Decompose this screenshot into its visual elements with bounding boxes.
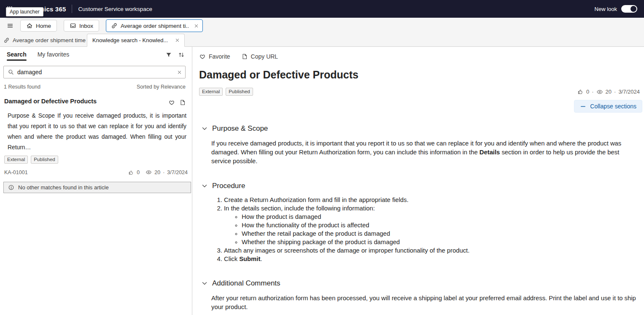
link-icon	[111, 22, 118, 29]
procedure-substep: How the functionality of the product is …	[242, 221, 638, 229]
result-stats: 0 20 · 3/7/2024	[128, 169, 188, 175]
close-subtab-button[interactable]	[173, 36, 181, 45]
step-text: .	[260, 256, 262, 262]
copy-document-icon	[179, 99, 186, 106]
close-icon	[194, 23, 199, 29]
panel-tab-search[interactable]: Search	[7, 48, 27, 62]
badge-external: External	[199, 88, 223, 96]
step-text-bold: Submit	[239, 256, 260, 262]
section-heading: Purpose & Scope	[212, 124, 268, 133]
badge-external: External	[4, 156, 28, 164]
tab-home[interactable]: Home	[20, 20, 57, 32]
topbar-divider	[72, 5, 72, 13]
section-additional-comments: Additional Comments After your return au…	[201, 279, 638, 315]
purpose-text-bold: Details	[480, 149, 500, 156]
subtab-knowledge-search-active[interactable]: Knowledge search - Knowled...	[87, 34, 185, 47]
copy-url-button[interactable]: Copy URL	[237, 51, 283, 62]
result-likes: 0	[137, 170, 140, 175]
collapse-row: Collapse sections	[192, 96, 644, 113]
result-views: 20	[154, 170, 160, 175]
section-header-purpose-scope[interactable]: Purpose & Scope	[201, 124, 638, 133]
tab-home-label: Home	[36, 23, 51, 29]
app-window: Dynamics 365 Customer Service workspace …	[0, 0, 644, 315]
collapse-sections-button[interactable]: Collapse sections	[574, 100, 642, 113]
section-heading: Procedure	[212, 182, 245, 190]
info-icon	[8, 184, 14, 191]
results-count: 1 Results found	[4, 84, 40, 90]
article-pane: Favorite Copy URL Damaged or Defective P…	[192, 47, 644, 315]
chevron-down-icon	[201, 280, 208, 287]
copy-url-label: Copy URL	[251, 53, 278, 60]
result-id: KA-01001	[4, 170, 28, 175]
result-card-header: Damaged or Defective Products	[4, 98, 188, 107]
badge-published: Published	[226, 88, 253, 96]
views-eye-icon	[146, 169, 152, 175]
new-look-toggle[interactable]	[621, 5, 637, 13]
dash-icon	[580, 103, 586, 110]
procedure-step: Create a Return Authorization form and f…	[224, 196, 638, 204]
procedure-substep: Whether the shipping package of the prod…	[242, 238, 638, 246]
app-launcher-tooltip: App launcher	[6, 7, 43, 16]
procedure-step: Click Submit.	[224, 255, 638, 263]
meta-dot: ·	[592, 89, 593, 95]
favorite-result-button[interactable]	[167, 98, 177, 107]
top-navbar: Dynamics 365 Customer Service workspace …	[0, 0, 644, 18]
article-stats: 0 · 20 · 3/7/2024	[577, 89, 640, 95]
inbox-icon	[70, 22, 76, 29]
heart-icon	[168, 99, 175, 106]
panel-tab-favorites[interactable]: My favorites	[38, 48, 69, 62]
session-home-label: Average order shipment time	[13, 37, 87, 43]
procedure-substeps: How the product is damaged How the funct…	[224, 213, 638, 246]
close-session-tab-button[interactable]	[192, 22, 200, 30]
link-icon	[3, 37, 10, 43]
section-purpose-scope: Purpose & Scope If you receive damaged p…	[201, 124, 638, 166]
content-area: Search My favorites 1 Results found	[0, 47, 644, 315]
filter-button[interactable]	[162, 48, 175, 61]
article-title: Damaged or Defective Products	[199, 69, 644, 81]
result-title[interactable]: Damaged or Defective Products	[4, 98, 166, 105]
procedure-step: In the details section, include the foll…	[224, 204, 638, 246]
knowledge-search-panel: Search My favorites 1 Results found	[0, 47, 192, 315]
meta-dot: ·	[163, 170, 164, 175]
toggle-knob	[631, 6, 636, 12]
article-badges: External Published	[199, 88, 253, 96]
app-tab-bar: Average order shipment time Knowledge se…	[0, 34, 644, 47]
favorite-article-button[interactable]: Favorite	[195, 51, 234, 62]
article-header-row: External Published 0 · 20 · 3/7/2024	[192, 81, 644, 96]
new-look-label: New look	[595, 6, 617, 12]
session-home-link[interactable]: Average order shipment time	[3, 34, 87, 46]
step-text: Click	[224, 256, 239, 262]
collapse-sections-label: Collapse sections	[590, 103, 636, 110]
section-header-procedure[interactable]: Procedure	[201, 182, 638, 190]
procedure-step: Attach any images or screenshots of the …	[224, 246, 638, 255]
result-card[interactable]: Damaged or Defective Products Purpose & …	[0, 90, 192, 175]
article-date: 3/7/2024	[618, 89, 640, 95]
search-box	[3, 66, 186, 78]
favorite-label: Favorite	[209, 53, 230, 60]
sort-button[interactable]	[175, 48, 188, 61]
tab-inbox[interactable]: Inbox	[64, 20, 99, 32]
tab-session-active[interactable]: Average order shipment ti...	[106, 19, 203, 32]
no-matches-banner: No other matches found in this article	[3, 182, 191, 193]
thumbs-up-icon	[128, 170, 134, 175]
tab-inbox-label: Inbox	[79, 23, 93, 29]
clear-search-button[interactable]	[175, 68, 183, 76]
hamburger-icon	[7, 22, 13, 29]
article-toolbar: Favorite Copy URL	[192, 47, 644, 63]
app-name-label[interactable]: Customer Service workspace	[78, 6, 152, 12]
section-header-additional-comments[interactable]: Additional Comments	[201, 279, 638, 288]
copy-result-link-button[interactable]	[178, 98, 188, 107]
panel-pivot-row: Search My favorites	[0, 47, 192, 62]
section-body: If you receive damaged products, it is i…	[211, 139, 638, 166]
step-text: Create a Return Authorization form and f…	[224, 197, 409, 203]
search-input[interactable]	[17, 69, 172, 75]
article-likes: 0	[586, 89, 589, 95]
section-procedure: Procedure Create a Return Authorization …	[201, 182, 638, 263]
thumbs-up-icon	[577, 89, 584, 95]
purpose-paragraph: If you receive damaged products, it is i…	[211, 139, 638, 166]
section-heading: Additional Comments	[212, 279, 280, 288]
expand-sitemap-button[interactable]	[3, 19, 17, 32]
procedure-substep: How the product is damaged	[242, 213, 638, 221]
subtab-label: Knowledge search - Knowled...	[92, 37, 170, 43]
additional-paragraph-1: After your return authorization form has…	[211, 294, 638, 312]
